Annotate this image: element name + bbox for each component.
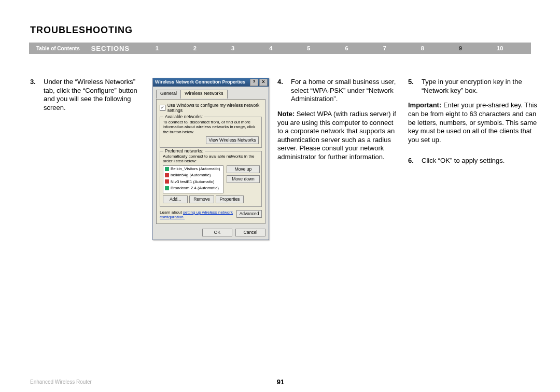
dialog-tabs: General Wireless Networks (156, 90, 265, 99)
network-icon (165, 167, 169, 171)
tab-general[interactable]: General (156, 90, 181, 99)
page-title: TROUBLESHOOTING (30, 25, 133, 36)
section-link-5[interactable]: 5 (307, 45, 310, 51)
use-windows-checkbox[interactable]: ✓ (160, 105, 165, 111)
list-item[interactable]: belkin54g (Automatic) (163, 172, 223, 178)
dialog-close-button[interactable]: X (259, 79, 268, 86)
available-networks-desc: To connect to, disconnect from, or find … (163, 120, 259, 134)
step-3-number: 3. (30, 78, 44, 113)
note-label: Note: (277, 110, 295, 118)
section-link-3[interactable]: 3 (231, 45, 234, 51)
tab-wireless-networks[interactable]: Wireless Networks (180, 90, 228, 99)
section-link-2[interactable]: 2 (193, 45, 197, 51)
use-windows-label: Use Windows to configure my wireless net… (167, 103, 262, 114)
section-link-4[interactable]: 4 (269, 45, 272, 51)
network-icon (165, 179, 169, 184)
step-4-number: 4. (277, 78, 291, 104)
sections-label: SECTIONS (87, 45, 138, 52)
available-networks-label: Available networks: (163, 114, 204, 120)
step-6-number: 6. (408, 157, 422, 165)
dialog-help-button[interactable]: ? (250, 79, 258, 86)
section-links: 1 2 3 4 5 6 7 8 9 10 (138, 45, 531, 51)
available-networks-group: Available networks: To connect to, disco… (160, 117, 262, 147)
use-windows-checkbox-row: ✓ Use Windows to configure my wireless n… (160, 103, 262, 114)
network-icon (165, 173, 169, 177)
step-6-text: Click “OK” to apply settings. (422, 157, 538, 165)
note-text: Select WPA (with radius server) if you a… (277, 110, 396, 161)
section-link-6[interactable]: 6 (345, 45, 348, 51)
step-4: 4. For a home or small business user, se… (277, 78, 400, 104)
ok-button[interactable]: OK (202, 229, 232, 236)
column-dialog: Wireless Network Connection Properties ?… (152, 78, 269, 240)
footer-left: Enhanced Wireless Router (30, 379, 92, 385)
section-link-10[interactable]: 10 (497, 45, 503, 51)
preferred-networks-group: Preferred networks: Automatically connec… (160, 151, 262, 207)
preferred-networks-label: Preferred networks: (163, 148, 205, 154)
add-button[interactable]: Add... (163, 195, 188, 203)
dialog-title-text: Wireless Network Connection Properties (155, 79, 245, 86)
step-5-text: Type in your encryption key in the “Netw… (422, 78, 538, 95)
step-5: 5. Type in your encryption key in the “N… (408, 78, 538, 95)
advanced-button[interactable]: Advanced (236, 210, 262, 218)
table-of-contents-link[interactable]: Table of Contents (29, 46, 87, 51)
dialog-titlebar[interactable]: Wireless Network Connection Properties ?… (153, 78, 269, 87)
list-item[interactable]: Belkin_Visitors (Automatic) (163, 166, 223, 172)
content-area: 3. Under the “Wireless Networks” tab, cl… (30, 78, 531, 240)
remove-button[interactable]: Remove (189, 195, 214, 203)
move-down-button[interactable]: Move down (227, 175, 260, 183)
properties-button[interactable]: Properties (216, 195, 244, 203)
page-number: 91 (277, 378, 284, 386)
important-label: Important: (408, 101, 441, 109)
preferred-networks-desc: Automatically connect to available netwo… (163, 154, 259, 163)
section-link-1[interactable]: 1 (156, 45, 159, 51)
section-link-8[interactable]: 8 (421, 45, 424, 51)
step-4-text: For a home or small business user, selec… (291, 78, 400, 104)
column-steps-5-6: 5. Type in your encryption key in the “N… (408, 78, 538, 240)
preferred-networks-list[interactable]: Belkin_Visitors (Automatic) belkin54g (A… (163, 165, 223, 193)
list-item[interactable]: Broadcom 2.4 (Automatic) (163, 185, 223, 191)
step-6: 6. Click “OK” to apply settings. (408, 157, 538, 165)
dialog-tab-panel: ✓ Use Windows to configure my wireless n… (156, 99, 265, 225)
move-up-button[interactable]: Move up (227, 165, 260, 173)
dialog-window: Wireless Network Connection Properties ?… (152, 78, 269, 240)
list-item[interactable]: N.v3 testE1 (Automatic) (163, 179, 223, 185)
step-3: 3. Under the “Wireless Networks” tab, cl… (30, 78, 144, 113)
step-5-important: Important: Enter your pre-shared key. Th… (408, 101, 538, 144)
learn-text: Learn about (160, 210, 183, 215)
step-3-text: Under the “Wireless Networks” tab, click… (44, 78, 144, 113)
section-link-7[interactable]: 7 (383, 45, 386, 51)
column-step-4: 4. For a home or small business user, se… (277, 78, 400, 240)
page-footer: Enhanced Wireless Router 91 (30, 379, 531, 385)
section-nav: Table of Contents SECTIONS 1 2 3 4 5 6 7… (29, 43, 531, 54)
step-4-note: Note: Select WPA (with radius server) if… (277, 110, 400, 162)
column-step-3: 3. Under the “Wireless Networks” tab, cl… (30, 78, 144, 240)
section-link-9[interactable]: 9 (459, 45, 462, 51)
view-wireless-networks-button[interactable]: View Wireless Networks (206, 136, 259, 144)
cancel-button[interactable]: Cancel (235, 229, 265, 236)
step-5-number: 5. (408, 78, 422, 95)
network-icon (165, 186, 169, 190)
